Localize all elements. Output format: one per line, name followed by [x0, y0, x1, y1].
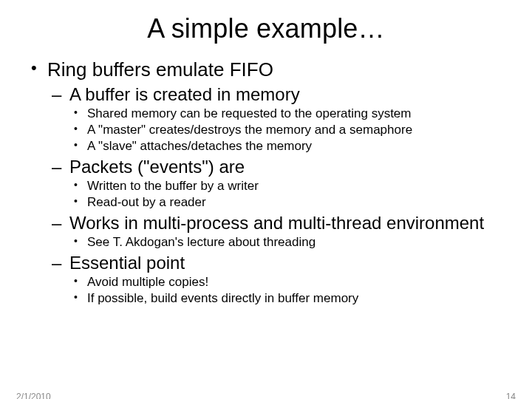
bullet-l2: Packets ("events") are Written to the bu…	[47, 156, 507, 211]
footer-date: 2/1/2010	[16, 392, 51, 399]
bullet-text: Essential point	[69, 253, 185, 273]
bullet-list-l3: See T. Akdogan's lecture about threading	[69, 234, 507, 250]
bullet-text: Works in multi-process and multi-thread …	[69, 213, 484, 233]
bullet-list-l3: Written to the buffer by a writer Read-o…	[69, 178, 507, 211]
bullet-list: Ring buffers emulate FIFO A buffer is cr…	[25, 58, 507, 307]
bullet-list-l2: A buffer is created in memory Shared mem…	[47, 83, 507, 307]
bullet-text: Packets ("events") are	[69, 157, 245, 177]
bullet-l1: Ring buffers emulate FIFO A buffer is cr…	[25, 58, 507, 307]
bullet-l3: Avoid multiple copies!	[69, 274, 507, 290]
bullet-text: Shared memory can be requested to the op…	[87, 106, 411, 120]
slide: A simple example… Ring buffers emulate F…	[0, 13, 532, 399]
bullet-l3: A "slave" attaches/detaches the memory	[69, 138, 507, 154]
bullet-l3: Shared memory can be requested to the op…	[69, 106, 507, 122]
bullet-l2: Essential point Avoid multiple copies! I…	[47, 252, 507, 307]
bullet-list-l3: Shared memory can be requested to the op…	[69, 106, 507, 154]
bullet-text: Avoid multiple copies!	[87, 275, 208, 289]
bullet-l2: A buffer is created in memory Shared mem…	[47, 83, 507, 154]
bullet-l2: Works in multi-process and multi-thread …	[47, 212, 507, 250]
slide-body: Ring buffers emulate FIFO A buffer is cr…	[0, 58, 532, 307]
bullet-list-l3: Avoid multiple copies! If possible, buil…	[69, 274, 507, 307]
bullet-text: A "master" creates/destroys the memory a…	[87, 123, 412, 137]
bullet-text: Ring buffers emulate FIFO	[47, 58, 273, 81]
bullet-l3: Written to the buffer by a writer	[69, 178, 507, 194]
bullet-l3: A "master" creates/destroys the memory a…	[69, 122, 507, 138]
bullet-text: See T. Akdogan's lecture about threading	[87, 235, 316, 249]
bullet-l3: Read-out by a reader	[69, 194, 507, 211]
bullet-l3: If possible, build events directly in bu…	[69, 290, 507, 307]
bullet-text: Read-out by a reader	[87, 195, 206, 209]
bullet-l3: See T. Akdogan's lecture about threading	[69, 234, 507, 250]
bullet-text: A "slave" attaches/detaches the memory	[87, 139, 312, 153]
bullet-text: Written to the buffer by a writer	[87, 179, 259, 193]
bullet-text: A buffer is created in memory	[69, 84, 300, 104]
footer-page-number: 14	[506, 392, 516, 399]
slide-title: A simple example…	[0, 13, 532, 44]
bullet-text: If possible, build events directly in bu…	[87, 291, 358, 305]
